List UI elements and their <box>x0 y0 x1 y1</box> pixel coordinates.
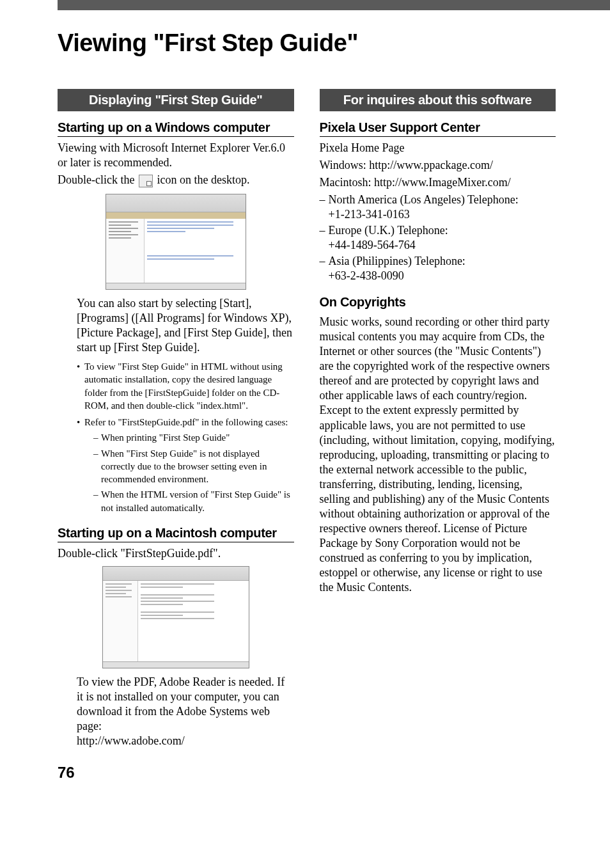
tel-na-label: North America (Los Angeles) Telephone: <box>329 193 519 206</box>
case-browser: When "First Step Guide" is not displayed… <box>93 447 294 486</box>
mac-pdf-screenshot <box>102 566 249 668</box>
right-section-heading: For inquires about this software <box>320 89 556 111</box>
adobe-url: http://www.adobe.com/ <box>77 734 294 748</box>
tel-eu-number: +44-1489-564-764 <box>329 239 416 251</box>
case-not-installed: When the HTML version of "First Step Gui… <box>93 488 294 514</box>
doubleclick-prefix: Double-click the <box>58 173 137 186</box>
right-column: For inquires about this software Pixela … <box>320 89 556 748</box>
two-column-layout: Displaying "First Step Guide" Starting u… <box>58 89 556 748</box>
adobe-reader-text: To view the PDF, Adobe Reader is needed.… <box>77 675 294 734</box>
html-install-note: To view "First Step Guide" in HTML witho… <box>77 360 294 412</box>
tel-asia: Asia (Philippines) Telephone: +63-2-438-… <box>320 254 556 283</box>
windows-help-screenshot <box>106 194 246 290</box>
windows-notes-list: To view "First Step Guide" in HTML witho… <box>77 360 294 514</box>
tel-eu-label: Europe (U.K.) Telephone: <box>329 224 448 237</box>
doubleclick-suffix: icon on the desktop. <box>154 173 249 186</box>
desktop-shortcut-icon <box>139 175 153 187</box>
pdf-cases-note: Refer to "FirstStepGuide.pdf" in the fol… <box>77 416 294 514</box>
pixela-mac-url: Macintosh: http://www.ImageMixer.com/ <box>320 175 556 190</box>
pixela-home: Pixela Home Page <box>320 141 556 155</box>
mac-doubleclick-text: Double-click "FirstStepGuide.pdf". <box>58 546 294 561</box>
tel-europe: Europe (U.K.) Telephone: +44-1489-564-76… <box>320 223 556 253</box>
page-number: 76 <box>58 764 556 782</box>
doubleclick-icon-text: Double-click the icon on the desktop. <box>58 173 294 187</box>
mac-startup-heading: Starting up on a Macintosh computer <box>58 526 294 542</box>
pixela-windows-url: Windows: http://www.ppackage.com/ <box>320 158 556 173</box>
windows-explorer-note: Viewing with Microsoft Internet Explorer… <box>58 141 294 170</box>
telephone-list: North America (Los Angeles) Telephone: +… <box>320 193 556 283</box>
windows-start-menu-note: You can also start by selecting [Start],… <box>77 296 294 355</box>
left-section-heading: Displaying "First Step Guide" <box>58 89 294 111</box>
windows-startup-heading: Starting up on a Windows computer <box>58 120 294 137</box>
pixela-heading: Pixela User Support Center <box>320 120 556 137</box>
page-title: Viewing "First Step Guide" <box>58 29 556 57</box>
copyrights-text: Music works, sound recording or other th… <box>320 315 556 595</box>
tel-north-america: North America (Los Angeles) Telephone: +… <box>320 193 556 222</box>
case-printing: When printing "First Step Guide" <box>93 431 294 444</box>
left-column: Displaying "First Step Guide" Starting u… <box>58 89 294 748</box>
start-menu-text: You can also start by selecting [Start],… <box>77 296 294 355</box>
pdf-cases-list: When printing "First Step Guide" When "F… <box>93 431 294 514</box>
pdf-cases-intro: Refer to "FirstStepGuide.pdf" in the fol… <box>84 417 288 427</box>
tel-asia-label: Asia (Philippines) Telephone: <box>329 255 465 267</box>
top-accent-bar <box>0 0 610 10</box>
copyrights-heading: On Copyrights <box>320 295 556 310</box>
tel-na-number: +1-213-341-0163 <box>329 208 410 221</box>
page-content: Viewing "First Step Guide" Displaying "F… <box>0 10 610 794</box>
adobe-reader-note: To view the PDF, Adobe Reader is needed.… <box>77 675 294 748</box>
tel-asia-number: +63-2-438-0090 <box>329 269 404 282</box>
